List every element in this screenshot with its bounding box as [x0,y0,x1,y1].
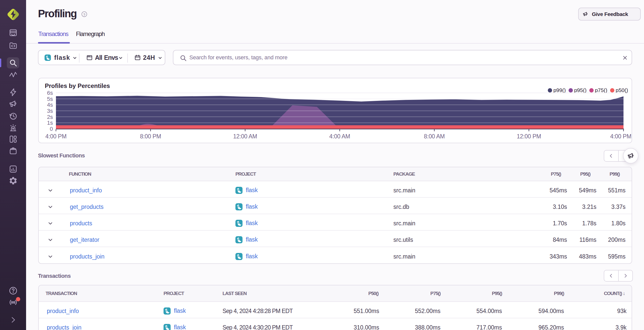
svg-text:1s: 1s [47,120,53,126]
svg-text:4:00 AM: 4:00 AM [329,133,350,140]
svg-text:12:00 AM: 12:00 AM [233,133,257,140]
svg-text:0: 0 [50,126,53,132]
svg-text:5s: 5s [47,96,53,102]
svg-text:4:00 PM: 4:00 PM [610,133,631,140]
svg-text:4s: 4s [47,102,53,108]
svg-text:8:00 PM: 8:00 PM [140,133,161,140]
svg-text:6s: 6s [47,90,53,96]
svg-text:4:00 PM: 4:00 PM [45,133,67,140]
svg-text:12:00 PM: 12:00 PM [517,133,541,140]
svg-text:3s: 3s [47,108,53,114]
svg-text:8:00 AM: 8:00 AM [424,133,445,140]
svg-text:2s: 2s [47,114,53,120]
